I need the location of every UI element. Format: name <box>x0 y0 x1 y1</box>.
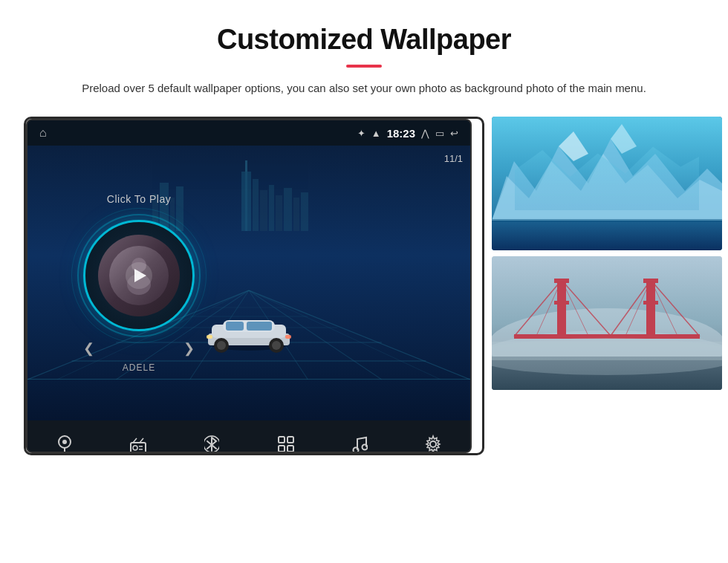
svg-rect-7 <box>260 190 267 231</box>
status-bar-left: ⌂ <box>39 126 47 140</box>
page-title: Customized Wallpaper <box>59 24 669 56</box>
artist-name: ADELE <box>123 362 155 373</box>
bluetooth-nav-icon <box>204 435 219 453</box>
screen-outer-frame: ⌂ ✦ ▲ 18:23 ⋀ ▭ ↩ <box>24 117 484 455</box>
album-ring <box>83 220 195 331</box>
svg-point-53 <box>353 448 358 453</box>
album-art <box>98 235 180 316</box>
svg-rect-32 <box>247 322 272 331</box>
nav-item-radio[interactable]: Radio <box>101 435 175 453</box>
svg-point-36 <box>272 341 281 350</box>
car-screen-wrapper: ⌂ ✦ ▲ 18:23 ⋀ ▭ ↩ <box>24 117 484 455</box>
radio-icon <box>129 435 147 453</box>
nav-item-navi[interactable]: Navi <box>27 435 101 453</box>
prev-button[interactable]: ❮ <box>83 340 94 357</box>
main-content: ⌂ ✦ ▲ 18:23 ⋀ ▭ ↩ <box>0 111 728 455</box>
play-button[interactable] <box>126 262 152 289</box>
svg-rect-59 <box>492 221 722 250</box>
bluetooth-icon: ✦ <box>357 128 365 139</box>
wifi-icon: ▲ <box>371 128 381 139</box>
location-pin-icon <box>56 435 74 453</box>
car-screen: ⌂ ✦ ▲ 18:23 ⋀ ▭ ↩ <box>26 119 472 453</box>
home-icon: ⌂ <box>39 126 47 140</box>
svg-point-55 <box>430 441 436 447</box>
svg-point-83 <box>492 338 722 375</box>
svg-rect-49 <box>279 437 285 443</box>
expand-icon: ⋀ <box>421 128 429 139</box>
album-ring-container <box>83 220 195 331</box>
click-to-play-label: Click To Play <box>107 193 171 205</box>
wallpaper-thumb-bridge[interactable] <box>492 256 722 390</box>
back-icon: ↩ <box>450 128 458 139</box>
bottom-nav: Navi Radio <box>27 420 470 453</box>
svg-marker-58 <box>492 154 722 221</box>
svg-rect-60 <box>492 219 722 222</box>
svg-rect-51 <box>279 446 285 452</box>
svg-rect-8 <box>269 185 274 231</box>
wallpaper-panel <box>484 117 728 455</box>
nav-item-apps[interactable]: Apps <box>249 435 322 453</box>
date-display: 11/1 <box>444 153 463 164</box>
svg-rect-70 <box>554 301 569 305</box>
settings-gear-icon <box>423 435 443 453</box>
svg-rect-12 <box>301 192 308 231</box>
nav-item-bt[interactable]: BT <box>175 435 249 453</box>
nav-item-music[interactable]: Music <box>322 435 396 453</box>
svg-rect-52 <box>287 446 293 452</box>
svg-rect-10 <box>284 188 292 231</box>
title-divider <box>346 65 382 68</box>
display-area: Click To Play <box>27 146 470 420</box>
svg-point-42 <box>62 440 67 444</box>
next-button[interactable]: ❯ <box>183 340 195 357</box>
window-icon: ▭ <box>435 128 444 139</box>
time-display: 18:23 <box>387 127 415 140</box>
svg-rect-50 <box>287 437 293 443</box>
status-bar: ⌂ ✦ ▲ 18:23 ⋀ ▭ ↩ <box>27 120 470 146</box>
svg-rect-11 <box>293 198 299 231</box>
svg-rect-73 <box>643 301 658 305</box>
apps-grid-icon <box>277 435 295 453</box>
status-bar-right: ✦ ▲ 18:23 ⋀ ▭ ↩ <box>357 127 458 140</box>
nav-item-settings[interactable]: Settings <box>397 435 470 453</box>
play-triangle-icon <box>134 269 146 282</box>
music-note-icon <box>351 435 368 453</box>
wallpaper-thumb-ice[interactable] <box>492 117 722 250</box>
page-header: Customized Wallpaper Preload over 5 defa… <box>0 0 728 111</box>
svg-rect-38 <box>285 335 291 339</box>
music-section: Click To Play <box>27 146 250 420</box>
svg-point-54 <box>362 445 367 450</box>
svg-rect-6 <box>253 179 259 231</box>
page-description: Preload over 5 default wallpaper options… <box>59 79 669 97</box>
svg-rect-9 <box>276 195 282 231</box>
svg-point-45 <box>133 446 137 450</box>
